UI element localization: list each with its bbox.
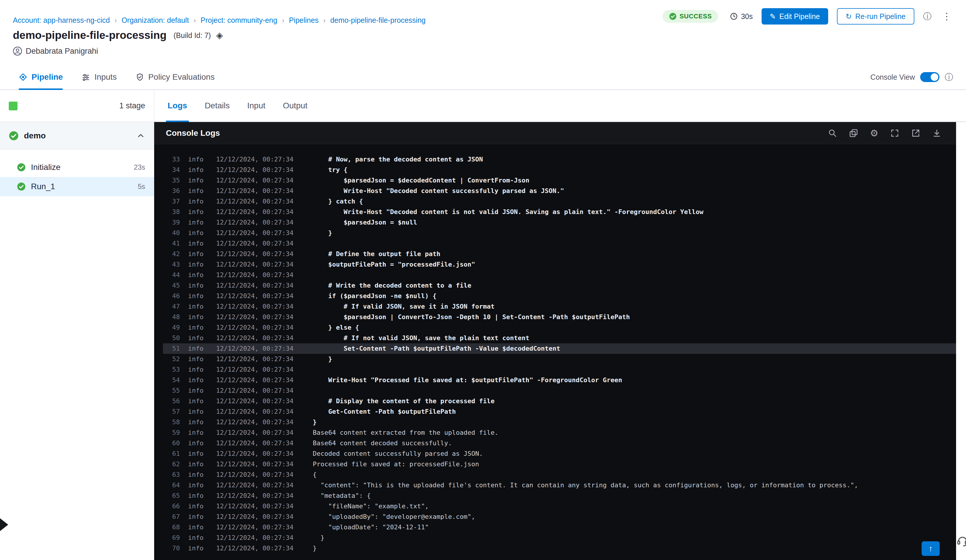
log-line: 48info12/12/2024, 00:27:34 $parsedJson |… [163,312,956,322]
edit-pipeline-button[interactable]: ✎ Edit Pipeline [762,8,828,25]
info-icon[interactable]: ⓘ [923,12,932,21]
breadcrumb-pipelines[interactable]: Pipelines [289,16,318,25]
edit-pipeline-label: Edit Pipeline [779,12,820,21]
tab-logs[interactable]: Logs [166,90,189,122]
title-row: demo-pipeline-file-processing (Build Id:… [0,27,966,44]
search-icon[interactable] [828,128,837,138]
breadcrumb-account[interactable]: Account: app-harness-ng-cicd [13,16,110,25]
tab-output[interactable]: Output [281,90,309,122]
support-headset-icon[interactable] [956,534,966,547]
log-line: 39info12/12/2024, 00:27:34 $parsedJson =… [163,217,956,228]
log-line: 58info12/12/2024, 00:27:34} [163,417,956,427]
settings-icon[interactable]: ⚙ [870,128,878,138]
console-header: Console Logs ⚙ [154,122,956,144]
chevron-up-icon[interactable] [136,131,145,140]
breadcrumb-organization[interactable]: Organization: default [122,16,189,25]
log-line: 68info12/12/2024, 00:27:34 "uploadDate":… [163,522,956,532]
console-wrap: Console Logs ⚙ [154,122,966,560]
log-lines: 33info12/12/2024, 00:27:34 # Now, parse … [154,144,956,560]
log-line: 41info12/12/2024, 00:27:34 [163,238,956,249]
status-badge: SUCCESS [663,10,718,23]
breadcrumb-separator: › [115,16,117,25]
tab-policy-evaluations-label: Policy Evaluations [148,72,215,82]
main-tabs-left: Pipeline Inputs Policy Evaluations [19,65,215,89]
tab-inputs[interactable]: Inputs [82,65,117,89]
log-line: 59info12/12/2024, 00:27:34Base64 content… [163,427,956,438]
breadcrumb-separator: › [194,16,196,25]
log-line: 35info12/12/2024, 00:27:34 $parsedJson =… [163,175,956,186]
stage-success-icon [9,131,19,141]
tab-policy-evaluations[interactable]: Policy Evaluations [135,65,215,89]
log-line: 54info12/12/2024, 00:27:34 Write-Host "P… [163,375,956,385]
log-line: 56info12/12/2024, 00:27:34 # Display the… [163,396,956,406]
log-line: 64info12/12/2024, 00:27:34 "content": "T… [163,480,956,491]
log-line: 66info12/12/2024, 00:27:34 "fileName": "… [163,501,956,512]
build-diamond-icon[interactable]: ◈ [216,31,223,40]
step-row-initialize[interactable]: Initialize 23s [0,158,154,177]
tab-details[interactable]: Details [203,90,232,122]
log-line: 52info12/12/2024, 00:27:34 } [163,354,956,365]
refresh-icon: ↻ [846,13,852,20]
stage-count-label: 1 stage [119,101,145,110]
scroll-to-top-button[interactable]: ↑ [922,541,940,556]
breadcrumb-current-pipeline[interactable]: demo-pipeline-file-processing [330,16,426,25]
console-view-label: Console View [871,73,915,82]
step-duration: 5s [138,182,145,190]
breadcrumb-row: Account: app-harness-ng-cicd › Organizat… [0,0,966,25]
tab-pipeline-label: Pipeline [31,72,63,82]
tab-pipeline[interactable]: Pipeline [19,65,63,89]
log-line: 36info12/12/2024, 00:27:34 Write-Host "D… [163,186,956,196]
copy-icon[interactable] [849,128,858,138]
clock-icon [730,12,738,20]
console-toolbar: ⚙ [828,128,941,138]
open-in-new-icon[interactable] [911,128,920,138]
console-view-info-icon[interactable]: ⓘ [945,73,953,82]
stage-group-demo[interactable]: demo [0,122,154,149]
step-detail-tabs: Logs Details Input Output [154,90,966,122]
check-circle-icon [669,13,677,20]
log-line: 53info12/12/2024, 00:27:34 [163,365,956,375]
step-label: Initialize [31,163,128,172]
pencil-icon: ✎ [770,13,776,20]
step-duration: 23s [134,163,145,171]
step-label: Run_1 [31,182,133,191]
step-row-run-1[interactable]: Run_1 5s [0,177,154,196]
log-line: 57info12/12/2024, 00:27:34 Get-Content -… [163,406,956,417]
console-view-control: Console View ⓘ [871,72,953,82]
log-line: 46info12/12/2024, 00:27:34 if ($parsedJs… [163,291,956,301]
breadcrumb-separator: › [282,16,284,25]
log-line: 38info12/12/2024, 00:27:34 Write-Host "D… [163,207,956,217]
log-line: 45info12/12/2024, 00:27:34 # Write the d… [163,280,956,291]
expand-panel-handle[interactable] [0,518,8,531]
duration-badge: 30s [730,12,752,21]
console: Console Logs ⚙ [154,122,956,560]
log-line: 33info12/12/2024, 00:27:34 # Now, parse … [163,154,956,165]
breadcrumb-separator: › [323,16,325,25]
breadcrumb-project[interactable]: Project: community-eng [200,16,278,25]
kebab-menu-icon[interactable]: ⋮ [940,11,953,21]
log-line: 42info12/12/2024, 00:27:34 # Define the … [163,249,956,259]
build-id: (Build Id: 7) [174,31,211,40]
log-line: 62info12/12/2024, 00:27:34Processed file… [163,459,956,470]
body: 1 stage demo Initialize 23s [0,90,966,560]
header-actions: SUCCESS 30s ✎ Edit Pipeline ↻ Re-run Pip… [663,8,953,25]
page-title: demo-pipeline-file-processing [13,29,166,41]
log-line: 34info12/12/2024, 00:27:34 try { [163,165,956,175]
log-line: 67info12/12/2024, 00:27:34 "uploadedBy":… [163,512,956,522]
status-text: SUCCESS [680,13,712,20]
console-view-toggle[interactable] [920,72,940,82]
log-line: 69info12/12/2024, 00:27:34 } [163,532,956,543]
shield-check-icon [135,73,144,82]
rerun-pipeline-button[interactable]: ↻ Re-run Pipeline [837,8,914,25]
log-line: 61info12/12/2024, 00:27:34Decoded conten… [163,448,956,459]
stage-group-label: demo [24,131,131,140]
tab-input[interactable]: Input [245,90,267,122]
log-line: 37info12/12/2024, 00:27:34 } catch { [163,196,956,207]
download-icon[interactable] [932,128,941,138]
right-gutter [956,122,966,560]
duration-text: 30s [741,12,752,21]
log-line: 70info12/12/2024, 00:27:34} [163,543,956,553]
author-name: Debabrata Panigrahi [26,47,98,56]
fullscreen-icon[interactable] [890,128,899,138]
app: Account: app-harness-ng-cicd › Organizat… [0,0,966,560]
